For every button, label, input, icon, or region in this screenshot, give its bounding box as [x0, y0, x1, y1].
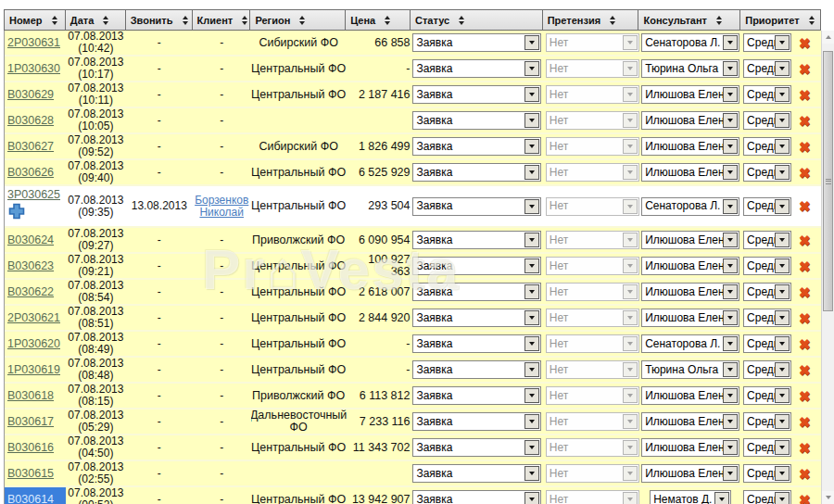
sort-icon[interactable]	[459, 16, 464, 25]
status-select[interactable]: Заявка	[412, 283, 541, 301]
status-select[interactable]: Заявка	[412, 490, 541, 504]
consultant-select[interactable]: Тюрина Ольга	[641, 360, 739, 379]
dropdown-button[interactable]	[524, 362, 539, 377]
order-number-link[interactable]: В030618	[7, 390, 54, 402]
dropdown-button[interactable]	[775, 492, 790, 504]
delete-icon[interactable]: ✖	[799, 441, 811, 455]
column-header-0[interactable]: Номер	[5, 10, 66, 30]
delete-icon[interactable]: ✖	[799, 415, 811, 429]
consultant-select[interactable]: Сенаторова Л. Л.	[641, 334, 739, 353]
delete-icon[interactable]: ✖	[799, 337, 811, 351]
status-select[interactable]: Заявка	[412, 334, 541, 353]
delete-icon[interactable]: ✖	[799, 140, 811, 154]
dropdown-button[interactable]	[524, 165, 539, 180]
status-select[interactable]: Заявка	[412, 163, 541, 182]
consultant-select[interactable]: Илюшова Елена	[641, 111, 739, 130]
status-select[interactable]: Заявка	[412, 309, 541, 327]
order-number-link[interactable]: В030629	[7, 89, 54, 101]
consultant-select[interactable]: Сенаторова Л. Л.	[641, 33, 739, 52]
column-header-5[interactable]: Цена	[346, 10, 411, 30]
dropdown-button[interactable]	[524, 284, 539, 299]
order-number-link[interactable]: В030617	[7, 416, 54, 428]
column-header-3[interactable]: Клиент	[193, 10, 251, 30]
delete-icon[interactable]: ✖	[799, 259, 811, 273]
dropdown-button[interactable]	[723, 284, 738, 299]
dropdown-button[interactable]	[723, 139, 738, 154]
status-select[interactable]: Заявка	[412, 197, 541, 216]
order-number-link[interactable]: 1Р030630	[7, 63, 60, 75]
dropdown-button[interactable]	[775, 466, 790, 481]
status-select[interactable]: Заявка	[412, 464, 541, 483]
status-select[interactable]: Заявка	[412, 360, 541, 379]
priority-select[interactable]: Средн	[743, 386, 791, 405]
sort-icon[interactable]	[716, 16, 722, 25]
priority-select[interactable]: Средн	[743, 59, 791, 78]
priority-select[interactable]: Средн	[743, 283, 791, 301]
status-select[interactable]: Заявка	[412, 59, 541, 78]
status-select[interactable]: Заявка	[412, 33, 541, 52]
consultant-select[interactable]: Илюшова Елена	[641, 231, 739, 249]
column-header-8[interactable]: Консультант	[638, 10, 740, 30]
sort-icon[interactable]	[183, 16, 188, 25]
dropdown-button[interactable]	[775, 233, 790, 247]
order-number-link[interactable]: В030615	[7, 468, 54, 480]
dropdown-button[interactable]	[723, 113, 738, 128]
delete-icon[interactable]: ✖	[799, 199, 811, 213]
vertical-scrollbar[interactable]	[821, 31, 834, 504]
dropdown-button[interactable]	[775, 139, 790, 154]
dropdown-button[interactable]	[524, 492, 539, 504]
order-number-link[interactable]: В030628	[7, 115, 54, 127]
consultant-select[interactable]: Сенаторова Л. Л.	[641, 197, 739, 216]
scroll-up-button[interactable]	[822, 31, 834, 44]
sort-icon[interactable]	[809, 16, 815, 25]
order-number-link[interactable]: 3Р030625	[7, 189, 60, 201]
delete-icon[interactable]: ✖	[799, 88, 811, 102]
sort-icon[interactable]	[299, 16, 305, 25]
priority-select[interactable]: Средн	[743, 360, 791, 379]
dropdown-button[interactable]	[524, 139, 539, 154]
priority-select[interactable]: Средн	[743, 33, 791, 52]
dropdown-button[interactable]	[524, 440, 539, 455]
status-select[interactable]: Заявка	[412, 386, 541, 405]
order-number-link[interactable]: 2Р030631	[7, 37, 60, 49]
dropdown-button[interactable]	[524, 87, 539, 102]
dropdown-button[interactable]	[723, 35, 738, 50]
dropdown-button[interactable]	[775, 440, 790, 455]
dropdown-button[interactable]	[775, 336, 790, 351]
priority-select[interactable]: Средн	[743, 137, 791, 156]
consultant-select[interactable]: Илюшова Елена	[641, 283, 739, 301]
status-select[interactable]: Заявка	[412, 257, 541, 275]
consultant-select[interactable]: Илюшова Елена	[641, 464, 739, 483]
priority-select[interactable]: Средн	[743, 163, 791, 182]
scroll-down-button[interactable]	[822, 491, 834, 504]
consultant-select[interactable]: Илюшова Елена	[641, 163, 739, 182]
consultant-select[interactable]: Тюрина Ольга	[641, 59, 739, 78]
delete-icon[interactable]: ✖	[799, 166, 811, 180]
consultant-select[interactable]: Нематов Д. Д.	[650, 490, 731, 504]
consultant-select[interactable]: Илюшова Елена	[641, 85, 739, 104]
dropdown-button[interactable]	[524, 336, 539, 351]
priority-select[interactable]: Средн	[743, 197, 791, 216]
dropdown-button[interactable]	[714, 492, 729, 504]
priority-select[interactable]: Средн	[743, 257, 791, 275]
delete-icon[interactable]: ✖	[799, 363, 811, 377]
dropdown-button[interactable]	[723, 61, 738, 76]
order-number-link[interactable]: В030614	[7, 494, 54, 504]
priority-select[interactable]: Средн	[743, 438, 791, 457]
sort-icon[interactable]	[385, 16, 390, 25]
order-number-link[interactable]: В030623	[7, 260, 54, 272]
delete-icon[interactable]: ✖	[799, 233, 811, 247]
order-number-link[interactable]: В030626	[7, 167, 54, 179]
dropdown-button[interactable]	[775, 388, 790, 403]
scrollbar-thumb[interactable]	[823, 51, 833, 311]
dropdown-button[interactable]	[524, 414, 539, 429]
priority-select[interactable]: Средн	[743, 334, 791, 353]
consultant-select[interactable]: Илюшова Елена	[641, 438, 739, 457]
column-header-2[interactable]: Звонить	[126, 10, 193, 30]
dropdown-button[interactable]	[775, 310, 790, 325]
priority-select[interactable]: Средн	[743, 412, 791, 431]
client-link[interactable]: Борзенков Николай	[193, 195, 251, 219]
order-number-link[interactable]: В030616	[7, 442, 54, 454]
status-select[interactable]: Заявка	[412, 111, 541, 130]
priority-select[interactable]: Средн	[743, 309, 791, 327]
